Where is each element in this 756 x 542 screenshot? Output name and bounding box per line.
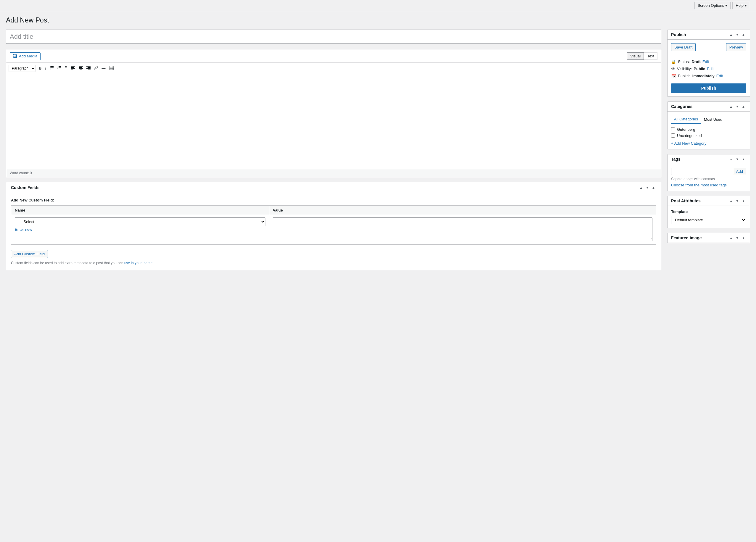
italic-button[interactable]: I bbox=[43, 65, 48, 72]
category-checkbox-gutenberg[interactable] bbox=[671, 127, 675, 131]
publish-button[interactable]: Publish bbox=[671, 83, 746, 93]
cf-collapse-up-button[interactable]: ▲ bbox=[638, 185, 644, 190]
tags-panel: Tags ▲ ▼ ▲ Add Separate tags with commas… bbox=[667, 154, 750, 191]
publish-collapse-down[interactable]: ▼ bbox=[734, 32, 740, 37]
svg-rect-2 bbox=[51, 69, 54, 69]
cf-value-textarea[interactable] bbox=[273, 217, 652, 241]
add-media-button[interactable]: 🖼 Add Media bbox=[10, 52, 41, 60]
custom-fields-controls: ▲ ▼ ▲ bbox=[638, 185, 656, 190]
add-new-category-link[interactable]: + Add New Category bbox=[671, 141, 707, 146]
tab-text[interactable]: Text bbox=[644, 52, 657, 60]
help-chevron: ▾ bbox=[745, 3, 747, 8]
more-button[interactable]: — bbox=[100, 65, 107, 72]
bold-button[interactable]: B bbox=[37, 65, 43, 72]
save-draft-button[interactable]: Save Draft bbox=[671, 43, 696, 51]
publish-time-edit-link[interactable]: Edit bbox=[716, 74, 723, 78]
svg-text:3: 3 bbox=[57, 68, 58, 70]
svg-rect-13 bbox=[71, 67, 74, 68]
number-list-icon: 1 2 3 bbox=[57, 66, 62, 70]
align-right-button[interactable] bbox=[85, 64, 92, 72]
template-label: Template bbox=[671, 209, 746, 214]
help-label: Help bbox=[736, 3, 744, 8]
svg-point-5 bbox=[50, 69, 51, 70]
category-checkbox-uncategorized[interactable] bbox=[671, 133, 675, 138]
tags-collapse-down[interactable]: ▼ bbox=[734, 157, 740, 162]
format-select[interactable]: Paragraph bbox=[9, 65, 36, 72]
status-edit-link[interactable]: Edit bbox=[702, 59, 709, 64]
tab-all-categories[interactable]: All Categories bbox=[671, 115, 701, 124]
tags-collapse-up[interactable]: ▲ bbox=[728, 157, 734, 162]
attr-collapse-up[interactable]: ▲ bbox=[728, 199, 734, 203]
attr-close[interactable]: ▲ bbox=[741, 199, 746, 203]
add-custom-field-button[interactable]: Add Custom Field bbox=[11, 250, 48, 258]
svg-rect-14 bbox=[71, 68, 75, 69]
editor-toolbar: Paragraph B I bbox=[6, 63, 661, 74]
status-value: Draft bbox=[691, 59, 700, 64]
editor-body[interactable] bbox=[6, 74, 661, 169]
visibility-label: Visibility: bbox=[677, 67, 692, 71]
screen-options-button[interactable]: Screen Options ▾ bbox=[694, 2, 731, 9]
help-button[interactable]: Help ▾ bbox=[732, 2, 750, 9]
cf-name-col: Name bbox=[11, 205, 269, 215]
tags-close[interactable]: ▲ bbox=[741, 157, 746, 162]
blockquote-button[interactable]: " bbox=[64, 64, 69, 72]
post-title-input[interactable] bbox=[6, 30, 661, 44]
status-icon: 🔒 bbox=[671, 59, 676, 64]
cf-close-button[interactable]: ▲ bbox=[651, 185, 656, 190]
align-left-button[interactable] bbox=[70, 64, 77, 72]
table-button[interactable] bbox=[108, 64, 115, 72]
attr-collapse-down[interactable]: ▼ bbox=[734, 199, 740, 203]
category-label-uncategorized: Uncategorized bbox=[677, 133, 702, 138]
svg-point-4 bbox=[50, 67, 51, 68]
preview-button[interactable]: Preview bbox=[726, 43, 746, 51]
tab-most-used[interactable]: Most Used bbox=[701, 115, 725, 124]
svg-rect-20 bbox=[86, 66, 91, 67]
publish-time-row: 📅 Publish immediately Edit bbox=[671, 74, 746, 78]
cf-theme-link[interactable]: use in your theme bbox=[124, 261, 152, 265]
cf-value-cell bbox=[269, 215, 656, 244]
tab-visual[interactable]: Visual bbox=[627, 52, 644, 60]
post-attributes-title: Post Attributes bbox=[671, 199, 701, 203]
cf-name-cell: — Select — Enter new bbox=[11, 215, 269, 244]
number-list-button[interactable]: 1 2 3 bbox=[56, 64, 63, 72]
template-select[interactable]: Default template bbox=[671, 216, 746, 224]
add-tag-button[interactable]: Add bbox=[733, 168, 746, 175]
fi-close[interactable]: ▲ bbox=[741, 235, 746, 240]
fi-collapse-up[interactable]: ▲ bbox=[728, 235, 734, 240]
cf-table: Name Value — Select — Enter new bbox=[11, 205, 656, 245]
editor-topbar: 🖼 Add Media Visual Text bbox=[6, 50, 661, 63]
post-attributes-controls: ▲ ▼ ▲ bbox=[728, 199, 746, 203]
fi-collapse-down[interactable]: ▼ bbox=[734, 235, 740, 240]
categories-panel-controls: ▲ ▼ ▲ bbox=[728, 104, 746, 109]
choose-tags-link[interactable]: Choose from the most used tags bbox=[671, 183, 727, 187]
screen-options-label: Screen Options bbox=[698, 3, 724, 8]
add-media-label: Add Media bbox=[19, 54, 37, 58]
svg-rect-6 bbox=[59, 66, 61, 67]
align-center-button[interactable] bbox=[77, 64, 84, 72]
cat-close[interactable]: ▲ bbox=[741, 104, 746, 109]
publish-status-row: 🔒 Status: Draft Edit bbox=[671, 59, 746, 64]
visibility-edit-link[interactable]: Edit bbox=[707, 67, 713, 71]
publish-close[interactable]: ▲ bbox=[741, 32, 746, 37]
cf-collapse-down-button[interactable]: ▼ bbox=[644, 185, 650, 190]
publish-collapse-up[interactable]: ▲ bbox=[728, 32, 734, 37]
editor-footer: Word count: 0 bbox=[6, 169, 661, 177]
categories-panel-title: Categories bbox=[671, 104, 692, 109]
publish-panel-title: Publish bbox=[671, 32, 686, 37]
link-button[interactable] bbox=[93, 64, 100, 72]
tags-input[interactable] bbox=[671, 168, 731, 175]
featured-image-controls: ▲ ▼ ▲ bbox=[728, 235, 746, 240]
cf-enter-new-link[interactable]: Enter new bbox=[15, 227, 265, 232]
cf-name-select[interactable]: — Select — bbox=[15, 217, 265, 226]
bullet-list-button[interactable] bbox=[48, 64, 55, 72]
svg-rect-18 bbox=[79, 68, 83, 69]
cat-collapse-down[interactable]: ▼ bbox=[734, 104, 740, 109]
bullet-list-icon bbox=[50, 66, 54, 70]
page-title: Add New Post bbox=[6, 16, 750, 25]
svg-rect-17 bbox=[79, 67, 82, 68]
publish-time-icon: 📅 bbox=[671, 74, 676, 78]
publish-actions-top: Save Draft Preview bbox=[671, 43, 746, 51]
sidebar: Publish ▲ ▼ ▲ Save Draft Preview bbox=[667, 30, 750, 248]
tags-input-row: Add bbox=[671, 168, 746, 175]
cat-collapse-up[interactable]: ▲ bbox=[728, 104, 734, 109]
